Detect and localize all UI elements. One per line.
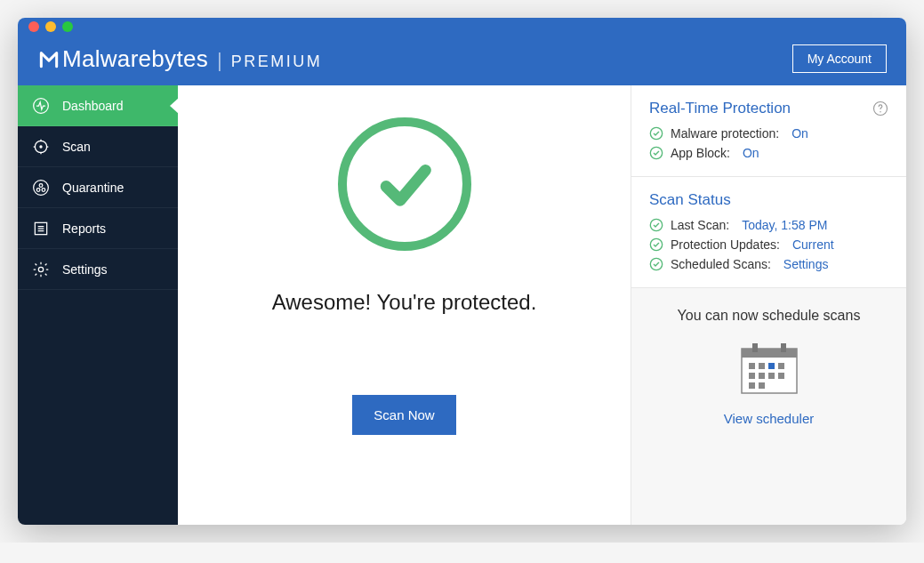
main-content: Awesome! You're protected. Scan Now Real… bbox=[178, 85, 906, 525]
svg-rect-27 bbox=[778, 373, 784, 379]
status-row-app-block: App Block: On bbox=[649, 146, 888, 160]
sidebar-item-label: Quarantine bbox=[62, 181, 124, 195]
my-account-button[interactable]: My Account bbox=[792, 44, 887, 73]
check-icon bbox=[649, 126, 663, 141]
svg-rect-18 bbox=[752, 343, 758, 352]
svg-rect-20 bbox=[749, 363, 755, 369]
status-label: Scheduled Scans: bbox=[671, 257, 771, 271]
header-bar: Malwarebytes | PREMIUM My Account bbox=[18, 36, 906, 85]
check-icon bbox=[649, 257, 663, 271]
body: Dashboard Scan Quarantine Reports bbox=[18, 85, 906, 525]
app-window: Malwarebytes | PREMIUM My Account Dashbo… bbox=[18, 18, 906, 525]
svg-rect-29 bbox=[759, 382, 765, 389]
brand-name: Malwarebytes bbox=[62, 45, 208, 72]
view-scheduler-link[interactable]: View scheduler bbox=[724, 411, 814, 426]
schedule-panel: You can now schedule scans bbox=[631, 288, 906, 525]
brand-tier: PREMIUM bbox=[231, 52, 323, 71]
realtime-protection-panel: Real-Time Protection Malware protection:… bbox=[631, 85, 906, 177]
scheduled-scans-settings-link[interactable]: Settings bbox=[783, 257, 829, 271]
malware-protection-toggle[interactable]: On bbox=[791, 126, 808, 141]
pulse-icon bbox=[32, 97, 50, 115]
check-icon bbox=[649, 146, 663, 160]
status-label: Last Scan: bbox=[671, 218, 729, 232]
status-row-last-scan: Last Scan: Today, 1:58 PM bbox=[649, 218, 888, 232]
sidebar-item-dashboard[interactable]: Dashboard bbox=[18, 85, 178, 126]
svg-rect-24 bbox=[749, 373, 755, 379]
svg-rect-25 bbox=[759, 373, 765, 379]
scan-now-button[interactable]: Scan Now bbox=[352, 395, 455, 435]
window-minimize-button[interactable] bbox=[45, 21, 56, 32]
gear-icon bbox=[32, 261, 50, 278]
status-label: App Block: bbox=[671, 146, 730, 160]
sidebar-item-settings[interactable]: Settings bbox=[18, 249, 178, 290]
sidebar-item-scan[interactable]: Scan bbox=[18, 126, 178, 167]
check-icon bbox=[649, 237, 663, 252]
sidebar: Dashboard Scan Quarantine Reports bbox=[18, 85, 178, 525]
calendar-icon bbox=[740, 342, 799, 395]
svg-rect-23 bbox=[778, 363, 784, 369]
svg-point-3 bbox=[34, 180, 49, 195]
status-label: Malware protection: bbox=[671, 126, 779, 141]
last-scan-value: Today, 1:58 PM bbox=[742, 218, 827, 232]
status-row-malware-protection: Malware protection: On bbox=[649, 126, 888, 141]
window-close-button[interactable] bbox=[28, 21, 39, 32]
realtime-panel-title: Real-Time Protection bbox=[649, 100, 791, 117]
brand-mark-icon bbox=[37, 47, 60, 70]
sidebar-item-label: Dashboard bbox=[62, 99, 124, 113]
protection-status-message: Awesome! You're protected. bbox=[272, 290, 537, 315]
app-block-toggle[interactable]: On bbox=[743, 146, 759, 160]
scan-status-panel-title: Scan Status bbox=[649, 191, 731, 209]
center-panel: Awesome! You're protected. Scan Now bbox=[178, 85, 631, 525]
svg-point-2 bbox=[39, 145, 42, 148]
brand-logo: Malwarebytes bbox=[37, 45, 208, 73]
list-icon bbox=[32, 220, 50, 237]
svg-point-4 bbox=[39, 183, 43, 187]
schedule-title: You can now schedule scans bbox=[678, 308, 861, 324]
titlebar bbox=[18, 18, 906, 36]
brand-divider: | bbox=[217, 49, 222, 72]
sidebar-item-label: Settings bbox=[62, 262, 108, 277]
status-row-protection-updates: Protection Updates: Current bbox=[649, 237, 888, 252]
status-label: Protection Updates: bbox=[671, 237, 780, 252]
svg-rect-21 bbox=[759, 363, 765, 369]
target-icon bbox=[32, 138, 50, 156]
brand: Malwarebytes | PREMIUM bbox=[37, 45, 322, 73]
help-icon[interactable] bbox=[872, 101, 888, 117]
svg-point-12 bbox=[650, 147, 662, 158]
window-zoom-button[interactable] bbox=[62, 21, 73, 32]
status-row-scheduled-scans: Scheduled Scans: Settings bbox=[649, 257, 888, 271]
sidebar-item-label: Scan bbox=[62, 140, 91, 154]
svg-rect-19 bbox=[781, 343, 786, 352]
svg-point-14 bbox=[650, 238, 662, 250]
svg-point-6 bbox=[42, 188, 45, 191]
svg-rect-26 bbox=[768, 373, 775, 379]
svg-point-10 bbox=[880, 111, 881, 113]
svg-point-13 bbox=[650, 219, 662, 230]
svg-rect-22 bbox=[768, 363, 775, 369]
sidebar-item-quarantine[interactable]: Quarantine bbox=[18, 167, 178, 208]
right-panel: Real-Time Protection Malware protection:… bbox=[631, 85, 906, 525]
svg-rect-17 bbox=[742, 349, 797, 358]
svg-point-15 bbox=[650, 258, 662, 269]
svg-point-8 bbox=[38, 267, 43, 271]
scan-status-panel: Scan Status Last Scan: Today, 1:58 PM Pr… bbox=[631, 177, 906, 288]
protection-status-icon bbox=[338, 117, 471, 251]
biohazard-icon bbox=[32, 179, 50, 197]
svg-point-11 bbox=[650, 127, 662, 139]
sidebar-item-label: Reports bbox=[62, 221, 106, 236]
svg-rect-28 bbox=[749, 382, 755, 389]
check-icon bbox=[649, 218, 663, 232]
svg-point-5 bbox=[36, 188, 40, 191]
protection-updates-link[interactable]: Current bbox=[792, 237, 834, 252]
sidebar-item-reports[interactable]: Reports bbox=[18, 208, 178, 249]
checkmark-icon bbox=[370, 149, 439, 219]
